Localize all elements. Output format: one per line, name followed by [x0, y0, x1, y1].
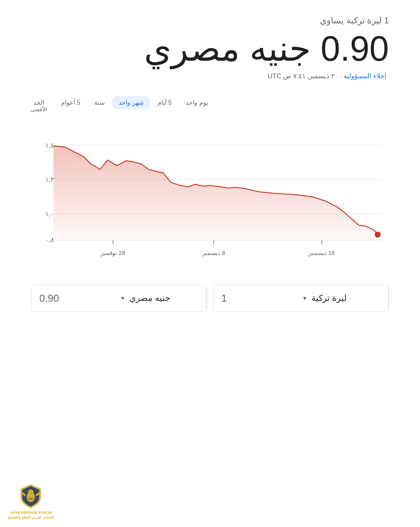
from-currency-arrow-icon: ▼	[302, 295, 308, 301]
to-currency-label: جنيه مصري	[129, 293, 170, 303]
svg-text:18 ديسمبر: 18 ديسمبر	[308, 249, 335, 256]
to-currency-selector[interactable]: جنيه مصري ▼	[114, 285, 206, 311]
timestamp-value: ٢٠ ديسمبر, ٧:٤١ ص UTC	[268, 72, 338, 80]
svg-text:DA: DA	[29, 497, 33, 501]
from-currency-value[interactable]: 1	[214, 285, 296, 311]
chart-container: ١,٤ ١,٢ ١,٠ ٠,٨ 28	[23, 123, 397, 273]
timestamp-text: ·	[338, 72, 342, 80]
svg-text:28 نوفمبر: 28 نوفمبر	[100, 249, 125, 256]
svg-point-8	[375, 232, 381, 237]
svg-point-16	[28, 490, 33, 495]
from-currency-label: ليرة تركية	[311, 293, 347, 303]
main-value-display: 0.90 جنيه مصري	[23, 30, 397, 68]
converter-section: ليرة تركية ▼ 1 جنيه مصري ▼ 0.90	[23, 285, 397, 312]
subtitle-label: 1 ليرة تركية يساوي	[23, 16, 397, 26]
watermark: DA ARAB DEFENSE FORUM المنتدى العربي للد…	[8, 483, 54, 519]
tab-max[interactable]: الحد الأقصى	[23, 96, 54, 116]
tab-5days[interactable]: 5 أيام	[151, 96, 179, 109]
tab-5years[interactable]: 5 أعوام	[54, 96, 87, 109]
from-currency-selector[interactable]: ليرة تركية ▼	[296, 285, 388, 311]
disclaimer-link[interactable]: إخلاء المسؤولية	[344, 72, 387, 80]
tab-1day[interactable]: يوم واحد	[179, 96, 214, 109]
svg-text:٠,٨: ٠,٨	[45, 236, 54, 244]
chart-svg: ١,٤ ١,٢ ١,٠ ٠,٨ 28	[31, 123, 389, 271]
watermark-logo-svg: DA	[17, 483, 44, 510]
timestamp-label: إخلاء المسؤولية · ٢٠ ديسمبر, ٧:٤١ ص UTC	[23, 72, 397, 80]
tab-max-line1: الحد	[33, 99, 44, 106]
tab-max-line2: الأقصى	[30, 106, 47, 112]
from-currency-box[interactable]: ليرة تركية ▼ 1	[213, 285, 389, 312]
to-currency-box[interactable]: جنيه مصري ▼ 0.90	[31, 285, 207, 312]
watermark-text-line1: ARAB DEFENSE FORUM	[10, 511, 52, 515]
to-currency-value: 0.90	[32, 285, 114, 311]
watermark-text-line2: المنتدى العربي للدفاع والتسليح	[8, 515, 54, 519]
svg-text:8 ديسمبر: 8 ديسمبر	[202, 249, 225, 256]
time-tabs-container: الحد الأقصى 5 أعوام سنة شهر واحد 5 أيام …	[23, 96, 397, 116]
tab-1year[interactable]: سنة	[87, 96, 112, 109]
to-currency-arrow-icon: ▼	[120, 295, 125, 301]
tab-1month[interactable]: شهر واحد	[112, 96, 150, 109]
